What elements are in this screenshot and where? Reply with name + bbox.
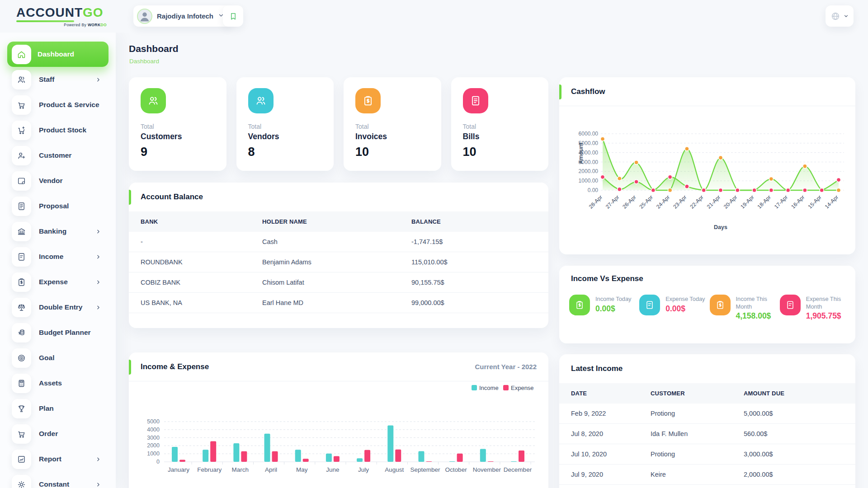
stat-card-invoices: TotalInvoices10 — [344, 77, 441, 171]
sidebar-item-plan[interactable]: Plan — [0, 396, 116, 421]
stat-value: 8 — [248, 145, 334, 159]
sidebar-item-budget-planner[interactable]: Budget Planner — [0, 320, 116, 345]
svg-text:1000: 1000 — [147, 450, 160, 457]
svg-text:27-Apr: 27-Apr — [604, 194, 620, 210]
table-cell: ROUNDBANK — [129, 252, 262, 272]
bar-income-september — [418, 451, 424, 462]
sidebar-nav: DashboardStaffProduct & ServiceProduct S… — [0, 42, 116, 488]
app-logo[interactable]: ACCOUNTGO Powered By WORKDO — [16, 6, 107, 27]
cashflow-title: Cashflow — [571, 87, 605, 96]
bar-income-march — [233, 443, 239, 462]
sidebar-item-label: Expense — [39, 278, 68, 286]
table-row: Jul 9, 2020Keire2,000.00$ — [559, 465, 855, 485]
table-cell: Ida F. Mullen — [651, 424, 744, 444]
table-row: Jul 10, 2020Protiong3,000.00$ — [559, 444, 855, 465]
sidebar-item-label: Goal — [39, 354, 54, 362]
trophy-icon — [12, 399, 31, 418]
card-accent-bar — [129, 360, 131, 375]
sidebar-item-proposal[interactable]: Proposal — [0, 193, 116, 219]
sidebar-item-product-service[interactable]: Product & Service — [0, 92, 116, 117]
ive-item-expense-this-month: Expense This Month1,905.75$ — [780, 295, 850, 321]
svg-text:December: December — [504, 466, 532, 473]
latest-income-title: Latest Income — [571, 364, 623, 373]
ive-item-expense-today: Expense Today0.00$ — [639, 295, 709, 321]
sidebar-item-income[interactable]: Income — [0, 244, 116, 269]
language-button[interactable] — [826, 5, 854, 27]
sidebar-item-product-stock[interactable]: Product Stock — [0, 117, 116, 143]
svg-text:Days: Days — [714, 224, 727, 230]
sidebar-item-double-entry[interactable]: Double Entry — [0, 295, 116, 320]
svg-text:4000: 4000 — [147, 427, 160, 433]
scales-icon — [12, 298, 31, 317]
bar-income-august — [387, 426, 393, 462]
stat-label: Invoices — [355, 132, 441, 141]
svg-text:28-Apr: 28-Apr — [588, 194, 604, 210]
bar-expense-june — [334, 456, 340, 462]
table-cell: 5,000.00$ — [744, 404, 855, 424]
ive-item-income-today: Income Today0.00$ — [569, 295, 639, 321]
column-header: HOLDER NAME — [262, 211, 411, 232]
clipboard-dollar-icon — [710, 295, 731, 315]
svg-text:November: November — [473, 466, 501, 473]
sidebar-item-dashboard[interactable]: Dashboard — [7, 42, 108, 67]
stat-value: 10 — [355, 145, 441, 159]
bar-expense-july — [364, 450, 370, 462]
gear-icon — [12, 475, 31, 488]
table-row: ROUNDBANKBenjamin Adams115,010.00$ — [129, 252, 548, 272]
chevron-right-icon — [95, 482, 101, 488]
sidebar-item-banking[interactable]: Banking — [0, 219, 116, 244]
bar-expense-january — [179, 460, 185, 462]
ive-value: 0.00$ — [665, 304, 705, 314]
breadcrumb[interactable]: Dashboard — [129, 58, 159, 65]
bar-income-april — [264, 434, 270, 462]
clipboard-dollar-icon — [12, 272, 31, 292]
bank-icon — [12, 222, 31, 241]
svg-text:0.00: 0.00 — [588, 187, 599, 193]
sidebar-item-label: Budget Planner — [39, 328, 91, 337]
income-expense-title: Income & Expense — [141, 362, 209, 371]
sidebar-item-staff[interactable]: Staff — [0, 67, 116, 92]
bar-expense-march — [241, 451, 247, 462]
company-switcher[interactable]: Rajodiya Infotech — [133, 5, 231, 27]
ive-item-income-this-month: Income This Month4,158.00$ — [710, 295, 780, 321]
sidebar-item-report[interactable]: Report — [0, 446, 116, 472]
sidebar-item-assets[interactable]: Assets — [0, 371, 116, 396]
cart-icon — [12, 424, 31, 444]
svg-text:19-Apr: 19-Apr — [739, 194, 755, 210]
sidebar-item-constant[interactable]: Constant — [0, 472, 116, 488]
income-vs-expense-title: Income Vs Expense — [571, 274, 643, 283]
stat-label: Customers — [141, 132, 226, 141]
sidebar-item-order[interactable]: Order — [0, 421, 116, 446]
account-balance-card: Account Balance BANKHOLDER NAMEBALANCE-C… — [129, 183, 548, 328]
chevron-right-icon — [95, 229, 101, 235]
bar-income-june — [326, 454, 332, 462]
svg-text:0: 0 — [156, 459, 160, 465]
sidebar-item-label: Vendor — [39, 177, 63, 185]
ive-label: Expense This Month — [806, 295, 850, 310]
table-cell: Protiong — [651, 444, 744, 465]
chevron-right-icon — [95, 305, 101, 310]
svg-text:16-Apr: 16-Apr — [790, 194, 806, 210]
svg-text:2000.00: 2000.00 — [579, 168, 599, 174]
coins-dollar-icon — [12, 323, 31, 343]
svg-text:June: June — [326, 466, 339, 473]
sidebar-item-label: Staff — [39, 75, 54, 84]
bookmark-button[interactable] — [223, 5, 243, 27]
table-cell: -1,747.15$ — [411, 232, 548, 252]
table-cell: Protiong — [651, 404, 744, 424]
svg-text:5000: 5000 — [147, 418, 160, 425]
cashflow-card: Cashflow 0.001000.002000.003000.004000.0… — [559, 77, 855, 254]
sidebar-item-expense[interactable]: Expense — [0, 269, 116, 295]
bar-expense-april — [272, 451, 278, 462]
sidebar-item-label: Order — [39, 430, 58, 438]
table-header-row: DATECUSTOMERAMOUNT DUE — [559, 383, 855, 404]
sidebar-item-customer[interactable]: Customer — [0, 143, 116, 168]
chart-report-icon — [12, 450, 31, 469]
svg-text:20-Apr: 20-Apr — [722, 194, 738, 210]
table-cell: 2,000.00$ — [744, 465, 855, 485]
sidebar-item-vendor[interactable]: Vendor — [0, 168, 116, 193]
income-vs-expense-items: Income Today0.00$Expense Today0.00$Incom… — [559, 292, 855, 321]
table-cell: 115,010.00$ — [411, 252, 548, 272]
sidebar-item-goal[interactable]: Goal — [0, 345, 116, 371]
column-header: AMOUNT DUE — [744, 383, 855, 404]
